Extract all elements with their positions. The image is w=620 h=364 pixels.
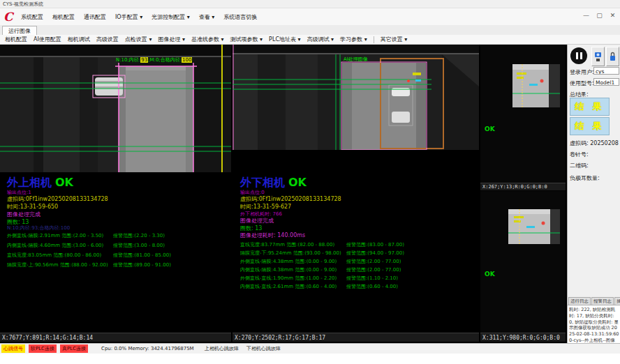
- tool-item-plc-address[interactable]: PLC地址表 ▾: [269, 36, 300, 43]
- titlebar: CYS-视觉检测系统: [0, 0, 620, 8]
- cpu-memory-status: Cpu: 0.0% Memory: 3424.41796875M: [101, 346, 194, 351]
- measure-row: 外侧直线-隔膜:2.91mm 范围:(2.00 - 3.50) 报警范围:(2.…: [7, 232, 227, 242]
- menu-item-camera-config[interactable]: 相机配置: [52, 13, 75, 21]
- left-ok-status: OK: [55, 176, 73, 189]
- left-virtual-code: 虚拟码:0Ff1inw20250208133134728: [7, 195, 108, 203]
- camera-tool-button[interactable]: [591, 47, 605, 66]
- middle-pixel-coords: X:270;Y:2502;R:17;G:17;B:17: [232, 333, 479, 342]
- pass-diameter-value: 100: [182, 57, 192, 63]
- lock-icon: [609, 51, 617, 62]
- tool-item-advanced-debug[interactable]: 高级调试 ▾: [307, 36, 334, 43]
- log-text-area[interactable]: 耗时: 222, 缺陷检测耗时: 17, 缺陷分类耗时: 0, 缺陷提取分类耗时…: [568, 305, 620, 343]
- alarm-range: 报警范围:(1.10 - 2.10): [346, 275, 398, 282]
- toolbar: 相机配置 AI使用配置 相机调试 高级设置 点检设置 ▾ 图像处理 ▾ 基准线参…: [0, 35, 620, 45]
- alarm-range: 报警范围:(2.00 - 77.00): [346, 258, 401, 265]
- left-process-done: 图像处理完成: [7, 211, 40, 218]
- model-input[interactable]: Model1: [593, 78, 619, 86]
- menu-item-comm-config[interactable]: 通讯配置: [84, 13, 106, 21]
- middle-process-done: 图像处理完成: [240, 217, 274, 225]
- alarm-range: 报警范围:(3.00 - 8.00): [113, 242, 165, 249]
- maximize-icon[interactable]: ▢: [595, 12, 604, 19]
- sidebar: 登录用户: cys 使用型号: Model1 总结果: 结 果 结 果 虚拟码:…: [567, 45, 620, 343]
- alarm-range: 报警范围:(83.00 - 87.00): [346, 241, 404, 248]
- thumb1-ok-status: OK: [485, 126, 495, 132]
- upper-camera-status: 上相机心跳故障: [205, 345, 239, 352]
- middle-camera-title: 外下相机OK: [240, 176, 307, 190]
- tab-strip: 运行图像: [0, 25, 620, 36]
- alarm-range: 报警范围:(0.60 - 4.00): [346, 283, 398, 290]
- alarm-range: 报警范围:(89.00 - 91.00): [113, 261, 171, 268]
- measure-value: 内侧直线-隔膜:4.60mm 范围:(3.00 - 6.00): [7, 242, 103, 249]
- inner-diameter-value: 93: [140, 57, 148, 63]
- left-note: N:10;内径:93;合格内径:100: [7, 225, 70, 232]
- tool-item-image-processing[interactable]: 图像处理 ▾: [158, 36, 185, 43]
- measure-value: 外侧直线-隔膜:4.38mm 范围:(0.00 - 9.00): [240, 258, 337, 265]
- tool-item-ai-config[interactable]: AI使用配置: [34, 36, 61, 43]
- heartbeat-badge: 心跳信号: [1, 344, 25, 353]
- pin-number-label: 卷针号:: [570, 151, 589, 158]
- alarm-range: 报警范围:(81.00 - 85.00): [113, 252, 171, 259]
- measure-row: 内侧直线-直线:2.61mm 范围:(0.60 - 4.00) 报警范围:(0.…: [240, 283, 478, 293]
- tool-item-baseline-params[interactable]: 基准线参数 ▾: [191, 36, 224, 43]
- app-window: CYS-视觉检测系统 C 系统配置 相机配置 通讯配置 IO手配置 ▾ 光源控制…: [0, 0, 620, 364]
- measure-value: 外侧直线-直线:1.90mm 范围:(1.00 - 2.20): [240, 275, 337, 282]
- measure-value: 外侧直线-隔膜:2.91mm 范围:(2.00 - 3.50): [7, 232, 103, 239]
- tool-item-test-params[interactable]: 测试项参数 ▾: [230, 36, 263, 43]
- measure-row: 内侧直线-隔膜:4.60mm 范围:(3.00 - 6.00) 报警范围:(3.…: [7, 242, 227, 252]
- thumb1-camera-image[interactable]: [480, 45, 566, 183]
- lock-tool-button[interactable]: [606, 47, 619, 66]
- left-camera-title: 外上相机OK: [7, 176, 73, 190]
- left-camera-image[interactable]: [0, 45, 231, 172]
- statusbar: 心跳信号 软PLC连接 真PLC连接 Cpu: 0.0% Memory: 342…: [0, 343, 620, 354]
- close-icon[interactable]: ✕: [608, 12, 617, 19]
- alarm-range: 报警范围:(94.00 - 97.00): [346, 250, 404, 257]
- toolbar-separator: [374, 36, 374, 43]
- qr-code-label: 二维码:: [570, 162, 589, 169]
- menu-item-view[interactable]: 查看 ▾: [199, 13, 215, 21]
- result-badge-1: 结 果: [570, 98, 610, 116]
- virtual-code-label: 虚拟码: 20250208: [570, 139, 619, 147]
- alarm-range: 报警范围:(2.00 - 77.00): [346, 266, 401, 273]
- lower-camera-status: 下相机心跳故障: [246, 345, 281, 352]
- user-input[interactable]: cys: [593, 67, 619, 75]
- tool-item-spot-check[interactable]: 点检设置 ▾: [125, 36, 152, 43]
- window-title: CYS-视觉检测系统: [3, 1, 43, 7]
- thumb2-ok-status: OK: [485, 271, 495, 278]
- camera-icon: [594, 51, 602, 62]
- thumb2-camera-image[interactable]: [480, 191, 566, 333]
- negative-tab-count-label: 负极耳数量:: [570, 174, 600, 182]
- menu-item-io-config[interactable]: IO手配置 ▾: [115, 13, 142, 21]
- tool-item-other-settings[interactable]: 其它设置 ▾: [381, 36, 408, 43]
- menubar: C 系统配置 相机配置 通讯配置 IO手配置 ▾ 光源控制配置 ▾ 查看 ▾ 系…: [0, 8, 620, 26]
- measure-value: 直线宽度:83.05mm 范围:(80.00 - 86.00): [7, 252, 101, 259]
- real-plc-badge: 真PLC连接: [60, 344, 88, 353]
- menu-item-system-config[interactable]: 系统配置: [21, 13, 43, 21]
- minimize-icon[interactable]: —: [582, 12, 591, 19]
- measure-value: 内侧直线-隔膜:4.38mm 范围:(0.00 - 9.00): [240, 266, 337, 273]
- pause-button[interactable]: [570, 47, 587, 64]
- thumb2-pixel-coords: X:311;Y:980;R:0;G:0;B:0: [480, 333, 566, 342]
- user-label: 登录用户:: [570, 68, 594, 76]
- tool-item-advanced-settings[interactable]: 高级设置: [96, 36, 119, 43]
- app-logo-icon: C: [3, 10, 13, 24]
- model-label: 使用型号:: [570, 79, 594, 87]
- middle-virtual-code: 虚拟码:0Ff1inw20250208133134728: [240, 195, 341, 203]
- menu-item-language-switch[interactable]: 系统语言切换: [223, 13, 257, 21]
- measure-row: 直线宽度:83.05mm 范围:(80.00 - 86.00) 报警范围:(81…: [7, 252, 227, 261]
- thumb1-pixel-coords: X:267;Y:13;R:0;G:0;B:0: [480, 183, 566, 190]
- measure-value: 隔膜宽度-下:95.24mm 范围:(93.00 - 98.00): [240, 250, 341, 257]
- soft-plc-badge: 软PLC连接: [29, 344, 57, 353]
- tool-item-learning-params[interactable]: 学习参数 ▾: [340, 36, 367, 43]
- left-camera-overlay-text: N:10;内径:93;M:0;合格内径:100: [116, 56, 192, 63]
- tool-item-camera-config[interactable]: 相机配置: [5, 36, 27, 43]
- alarm-range: 报警范围:(2.20 - 3.30): [113, 232, 165, 239]
- middle-time: 时间:13-31-59-627: [240, 203, 291, 211]
- menu-item-light-control-config[interactable]: 光源控制配置 ▾: [152, 13, 190, 21]
- measure-value: 隔膜宽度-上:90.56mm 范围:(88.00 - 92.00): [7, 261, 108, 268]
- measure-row: 隔膜宽度-上:90.56mm 范围:(88.00 - 92.00) 报警范围:(…: [7, 261, 227, 271]
- left-time: 时间:13-31-59-650: [7, 203, 58, 211]
- middle-process-time: 图像处理耗时: 140.00ms: [240, 232, 305, 239]
- measure-value: 内侧直线-直线:2.61mm 范围:(0.60 - 4.00): [240, 283, 337, 290]
- pause-icon: [580, 52, 582, 59]
- tool-item-camera-debug[interactable]: 相机调试: [68, 36, 90, 43]
